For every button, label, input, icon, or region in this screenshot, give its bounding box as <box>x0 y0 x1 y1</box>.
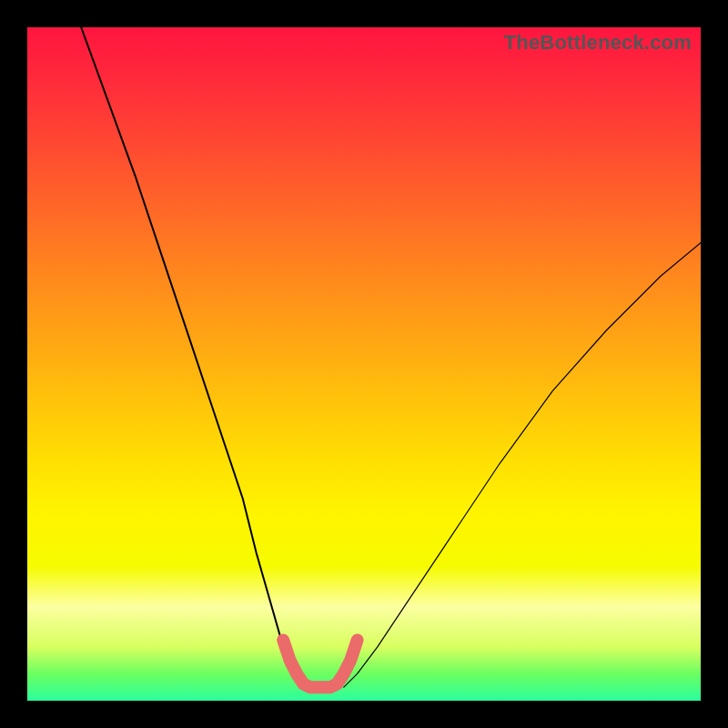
u-highlight <box>283 640 357 687</box>
left-curve <box>81 27 300 687</box>
chart-frame: TheBottleneck.com <box>0 0 728 728</box>
curve-layer <box>27 27 701 701</box>
right-curve <box>344 243 701 687</box>
plot-area: TheBottleneck.com <box>27 27 701 701</box>
